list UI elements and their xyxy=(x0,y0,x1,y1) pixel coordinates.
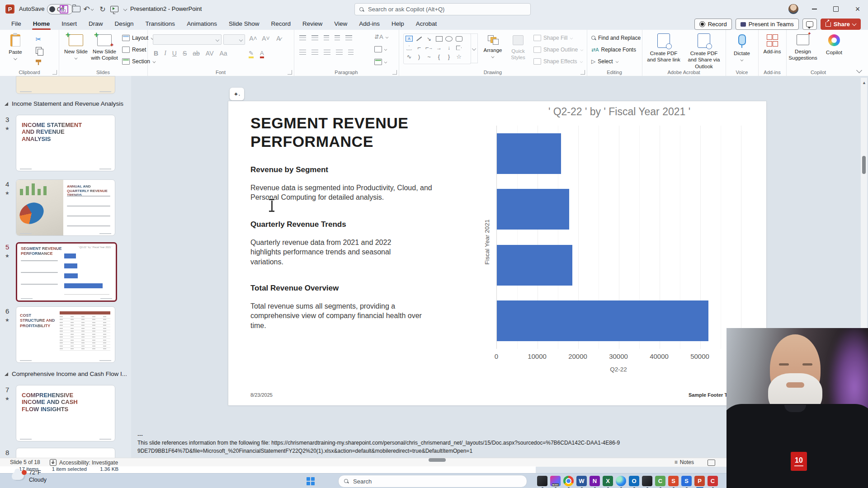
align-text-icon[interactable] xyxy=(374,46,382,52)
redo-button[interactable]: ↻ xyxy=(97,4,108,14)
taskbar-search[interactable]: Search xyxy=(338,475,527,488)
tab-animations[interactable]: Animations xyxy=(181,18,223,30)
cut-button[interactable]: ✂ xyxy=(33,35,44,43)
new-slide-with-copilot-button[interactable]: ✦ New Slide with Copilot xyxy=(90,34,118,61)
camera-app-icon[interactable] xyxy=(642,476,652,486)
collapse-ribbon-button[interactable] xyxy=(854,66,864,74)
tab-review[interactable]: Review xyxy=(297,18,328,30)
arrange-button[interactable]: Arrange xyxy=(481,35,505,60)
slide-title[interactable]: SEGMENT REVENUE PERFORMANCE xyxy=(250,114,440,151)
slide-heading[interactable]: Total Revenue Overview xyxy=(250,284,339,293)
shape-effects-button[interactable]: Shape Effects xyxy=(533,58,583,65)
quick-styles-button[interactable]: Quick Styles xyxy=(506,35,530,61)
outlook-icon[interactable]: O xyxy=(629,476,639,486)
align-center-icon[interactable] xyxy=(311,50,318,55)
rbrace-shape-icon[interactable]: } xyxy=(444,52,454,61)
font-size-combo[interactable] xyxy=(223,34,245,45)
tab-draw[interactable]: Draw xyxy=(83,18,109,30)
section-header[interactable]: Income Statement and Revenue Analysis xyxy=(5,100,127,107)
align-right-icon[interactable] xyxy=(324,50,330,55)
bullets-icon[interactable] xyxy=(299,35,306,40)
wave-shape-icon[interactable]: ~ xyxy=(424,52,434,61)
shape-outline-button[interactable]: Shape Outline xyxy=(533,47,584,53)
present-in-teams-button[interactable]: Present in Teams xyxy=(736,19,799,30)
pent-shape-icon[interactable] xyxy=(454,43,464,52)
slide-thumbnail[interactable]: ANNUAL AND QUARTERLY REVENUE TRENDS xyxy=(16,179,115,236)
diag-shape-icon[interactable] xyxy=(414,34,424,43)
arrD-shape-icon[interactable]: ↓ xyxy=(444,43,454,52)
decrease-indent-icon[interactable] xyxy=(324,35,329,40)
chart-bar[interactable] xyxy=(497,133,561,174)
highlight-color-button[interactable]: ✎ xyxy=(249,50,254,58)
comments-button[interactable] xyxy=(802,19,817,30)
bar-chart[interactable]: ' Q2-22 ' by ' Fiscal Year 2021 ' Q2-22 … xyxy=(472,103,766,397)
ov-shape-icon[interactable] xyxy=(444,34,454,43)
select-button[interactable]: ▷Select xyxy=(591,58,619,65)
minimize-button[interactable] xyxy=(805,0,824,18)
elbowarr-shape-icon[interactable]: ⌐→ xyxy=(424,43,434,52)
tab-file[interactable]: File xyxy=(5,18,27,30)
search-input[interactable]: Search or ask Copilot (Alt+Q) xyxy=(354,3,531,15)
addins-button[interactable]: Add-ins xyxy=(760,34,785,55)
change-case-button[interactable]: Aa xyxy=(219,50,227,57)
bold-button[interactable]: B xyxy=(154,50,158,57)
sq-shape-icon[interactable] xyxy=(434,34,444,43)
tab-slide-show[interactable]: Slide Show xyxy=(223,18,265,30)
justify-icon[interactable] xyxy=(336,50,343,55)
paragraph-dialog-launcher[interactable] xyxy=(392,70,397,75)
notes-pane[interactable]: --- This slide references information fr… xyxy=(137,432,739,455)
onenote-icon[interactable]: N xyxy=(590,476,600,486)
grow-font-button[interactable]: A˄ xyxy=(249,35,258,42)
slide-canvas[interactable]: SEGMENT REVENUE PERFORMANCE Revenue by S… xyxy=(228,101,766,405)
slide-thumbnail[interactable]: SEGMENT REVENUE PERFORMANCE' Q2-22 ' by … xyxy=(16,242,117,302)
shapes-gallery[interactable]: A↘⌐⌐→→↓∿)~{}☆ xyxy=(403,33,471,64)
camtasia-icon[interactable]: C xyxy=(655,476,665,486)
design-suggestions-button[interactable]: Design Suggestions xyxy=(787,34,819,61)
excel-icon[interactable]: X xyxy=(603,476,613,486)
powerpoint-icon[interactable]: P xyxy=(694,476,705,486)
shrink-font-button[interactable]: A˅ xyxy=(261,35,270,42)
format-painter-button[interactable] xyxy=(33,60,44,65)
create-pdf-outlook-button[interactable]: Create PDF and Share via Outlook xyxy=(685,33,722,70)
find-replace-button[interactable]: Find and Replace xyxy=(591,35,641,41)
slide-paragraph[interactable]: Total revenue sums all segments, providi… xyxy=(250,301,429,330)
weather-widget[interactable]: 72°F Cloudy xyxy=(12,468,47,483)
word-icon[interactable]: W xyxy=(576,476,587,486)
scrib-shape-icon[interactable]: ∿ xyxy=(404,52,414,61)
replace-fonts-button[interactable]: ⇄AReplace Fonts xyxy=(591,47,636,53)
clipboard-dialog-launcher[interactable] xyxy=(52,70,57,75)
slide-paragraph[interactable]: Revenue data is segmented into Productiv… xyxy=(250,183,445,202)
font-dialog-launcher[interactable] xyxy=(288,70,292,75)
scroll-up-icon[interactable]: ▲ xyxy=(862,80,866,85)
text-direction-icon[interactable]: ⇵A xyxy=(374,33,383,40)
chart-bar[interactable] xyxy=(497,189,569,230)
italic-button[interactable]: I xyxy=(164,50,166,57)
arc-shape-icon[interactable]: ) xyxy=(414,52,424,61)
copilot-button[interactable]: Copilot xyxy=(821,34,847,56)
character-spacing-button[interactable]: AV xyxy=(206,50,214,57)
section-header[interactable]: Comprehensive Income and Cash Flow I... xyxy=(5,371,127,377)
pane-resize-handle[interactable] xyxy=(429,458,446,462)
txtbox-shape-icon[interactable]: A xyxy=(404,34,414,43)
arrowline-shape-icon[interactable]: ↘ xyxy=(424,34,434,43)
tab-insert[interactable]: Insert xyxy=(56,18,83,30)
section-collapse-icon[interactable] xyxy=(5,102,8,106)
lbrace-shape-icon[interactable]: { xyxy=(434,52,444,61)
slide-thumbnail[interactable]: COMPREHENSIVE INCOME AND CASH FLOW INSIG… xyxy=(16,385,115,441)
m365-copilot-icon[interactable]: M365 xyxy=(550,476,561,486)
snagit-editor-icon[interactable]: S xyxy=(681,476,692,486)
strikethrough-button[interactable]: ab xyxy=(193,50,200,57)
copy-button[interactable] xyxy=(33,47,44,54)
elbow-shape-icon[interactable]: ⌐ xyxy=(414,43,424,52)
designer-suggestions-button[interactable]: ✦˖ xyxy=(230,88,244,100)
align-left-icon[interactable] xyxy=(299,50,306,55)
start-button[interactable] xyxy=(307,477,315,485)
slide-thumbnail[interactable]: INCOME STATEMENT AND REVENUE ANALYSIS xyxy=(16,115,115,171)
star-shape-icon[interactable]: ☆ xyxy=(454,52,464,61)
tab-acrobat[interactable]: Acrobat xyxy=(410,18,443,30)
sqrr-shape-icon[interactable] xyxy=(454,34,464,43)
font-name-combo[interactable] xyxy=(153,34,222,45)
drawing-dialog-launcher[interactable] xyxy=(580,70,585,75)
clear-formatting-button[interactable]: A̷ xyxy=(274,35,283,42)
record-button[interactable]: Record xyxy=(694,19,732,30)
